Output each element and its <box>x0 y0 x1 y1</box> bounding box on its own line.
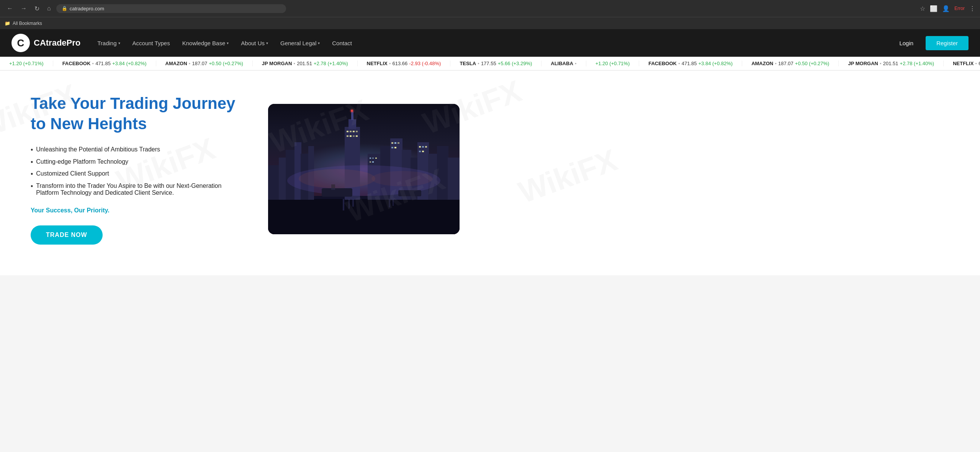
home-button[interactable]: ⌂ <box>45 3 53 13</box>
svg-rect-13 <box>353 131 355 132</box>
error-text: Error <box>954 6 965 11</box>
ticker-item-jpmorgan-2: JP MORGAN ● 201.51 +2.78 (+1.40%) <box>839 61 944 66</box>
svg-point-55 <box>371 171 433 186</box>
logo[interactable]: C CAtradePro <box>11 34 80 52</box>
svg-rect-31 <box>370 161 371 163</box>
ticker-item-tesla: TESLA ● 177.55 +5.66 (+3.29%) <box>450 61 542 66</box>
nav-item-contact[interactable]: Contact <box>327 37 357 49</box>
site-navbar: C CAtradePro Trading ▾ Account Types Kno… <box>0 29 980 57</box>
ticker-item-alibaba: ALIBABA ● <box>542 61 586 66</box>
hero-bullet-3: Customized Client Support <box>31 170 245 179</box>
svg-rect-39 <box>422 146 424 148</box>
back-button[interactable]: ← <box>5 3 15 13</box>
chevron-down-icon: ▾ <box>266 41 268 45</box>
ticker-item-leading-2: +1.20 (+0.71%) <box>586 61 640 66</box>
chevron-down-icon: ▾ <box>318 41 320 45</box>
ticker-scroll: +1.20 (+0.71%) FACEBOOK ● 471.85 +3.84 (… <box>0 61 980 66</box>
svg-rect-35 <box>398 142 399 144</box>
svg-rect-44 <box>343 199 344 210</box>
svg-rect-42 <box>422 151 424 152</box>
address-bar[interactable]: 🔒 catradepro.com <box>56 4 286 13</box>
svg-rect-32 <box>372 161 374 163</box>
ticker-item-netflix: NETFLIX ● 613.66 -2.93 (-0.48%) <box>358 61 451 66</box>
svg-rect-33 <box>391 142 393 144</box>
hero-bullet-4: Transform into the Trader You Aspire to … <box>31 182 245 196</box>
logo-text: CAtradePro <box>34 38 80 48</box>
svg-rect-38 <box>419 146 421 148</box>
svg-rect-28 <box>370 158 371 159</box>
hero-bullet-1: Unleashing the Potential of Ambitious Tr… <box>31 146 245 155</box>
star-icon[interactable]: ☆ <box>920 5 925 12</box>
nav-item-knowledge-base[interactable]: Knowledge Base ▾ <box>177 37 234 49</box>
svg-rect-45 <box>348 199 350 209</box>
ticker-item-jpmorgan: JP MORGAN ● 201.51 +2.78 (+1.40%) <box>253 61 358 66</box>
svg-rect-41 <box>419 151 421 152</box>
ticker-item-amazon-2: AMAZON ● 187.07 +0.50 (+0.27%) <box>742 61 839 66</box>
svg-rect-51 <box>398 190 421 196</box>
ticker-bar: +1.20 (+0.71%) FACEBOOK ● 471.85 +3.84 (… <box>0 57 980 71</box>
svg-rect-9 <box>348 119 356 129</box>
svg-rect-40 <box>425 146 427 148</box>
chevron-down-icon: ▾ <box>227 41 229 45</box>
ticker-item-netflix-2: NETFLIX ● 613.66 -2.93 (-0.48%) <box>944 61 980 66</box>
nav-item-account-types[interactable]: Account Types <box>127 37 175 49</box>
svg-rect-12 <box>350 131 352 132</box>
svg-rect-2 <box>268 165 280 200</box>
svg-rect-5 <box>294 142 301 200</box>
bookmarks-icon: 📁 <box>5 21 10 26</box>
register-button[interactable]: Register <box>926 36 969 50</box>
ticker-item-facebook-2: FACEBOOK ● 471.85 +3.84 (+0.82%) <box>639 61 742 66</box>
hero-tagline: Your Success, Our Priority. <box>31 207 245 214</box>
menu-icon[interactable]: ⋮ <box>969 5 975 12</box>
svg-rect-14 <box>356 131 358 132</box>
hero-title: Take Your Trading Journey to New Heights <box>31 94 245 134</box>
svg-rect-49 <box>322 188 352 197</box>
browser-actions: ☆ ⬜ 👤 Error ⋮ <box>920 5 975 12</box>
ticker-leading-change: +1.20 (+0.71%) <box>9 61 44 66</box>
nav-auth: Login Register <box>892 36 969 50</box>
skyline-background <box>268 104 460 234</box>
svg-rect-0 <box>268 196 460 234</box>
svg-rect-37 <box>394 147 396 148</box>
hero-list: Unleashing the Potential of Ambitious Tr… <box>31 146 245 196</box>
ticker-item-facebook: FACEBOOK ● 471.85 +3.84 (+0.82%) <box>53 61 156 66</box>
svg-rect-17 <box>353 135 355 137</box>
svg-rect-34 <box>394 142 396 144</box>
ticker-item-leading: +1.20 (+0.71%) <box>0 61 53 66</box>
browser-chrome: ← → ↻ ⌂ 🔒 catradepro.com ☆ ⬜ 👤 Error ⋮ <box>0 0 980 17</box>
login-button[interactable]: Login <box>892 37 921 49</box>
svg-rect-26 <box>437 146 448 200</box>
svg-point-54 <box>299 169 375 188</box>
user-profile-icon[interactable]: 👤 <box>942 5 950 12</box>
svg-rect-30 <box>375 158 377 159</box>
nav-item-trading[interactable]: Trading ▾ <box>92 37 125 49</box>
chevron-down-icon: ▾ <box>118 41 120 45</box>
hero-image <box>268 104 460 234</box>
svg-rect-27 <box>448 158 460 200</box>
svg-rect-18 <box>356 135 358 137</box>
hero-section: WikiFX WikiFX WikiFX WikiFX WikiFX WikiF… <box>0 71 980 275</box>
svg-rect-29 <box>372 158 374 159</box>
trade-now-button[interactable]: TRADE NOW <box>31 225 103 245</box>
logo-icon: C <box>11 34 30 52</box>
nav-links: Trading ▾ Account Types Knowledge Base ▾… <box>92 37 892 49</box>
reload-button[interactable]: ↻ <box>32 3 42 14</box>
bookmarks-text[interactable]: All Bookmarks <box>13 21 42 26</box>
hero-content: Take Your Trading Journey to New Heights… <box>31 94 245 245</box>
hero-bullet-2: Cutting-edge Platform Technology <box>31 158 245 167</box>
wikifx-watermark-6: WikiFX <box>514 142 622 210</box>
url-text: catradepro.com <box>70 6 104 12</box>
svg-rect-3 <box>279 158 286 200</box>
nav-item-about-us[interactable]: About Us ▾ <box>236 37 273 49</box>
extensions-icon[interactable]: ⬜ <box>930 5 937 12</box>
svg-rect-47 <box>389 199 390 207</box>
svg-rect-11 <box>347 131 348 132</box>
bookmarks-bar: 📁 All Bookmarks <box>0 17 980 29</box>
svg-rect-48 <box>393 199 394 206</box>
skyline-svg <box>268 104 460 234</box>
svg-rect-15 <box>347 135 348 137</box>
nav-item-general-legal[interactable]: General Legal ▾ <box>275 37 325 49</box>
lock-icon: 🔒 <box>62 6 67 11</box>
svg-point-53 <box>350 108 354 113</box>
forward-button[interactable]: → <box>18 3 29 13</box>
